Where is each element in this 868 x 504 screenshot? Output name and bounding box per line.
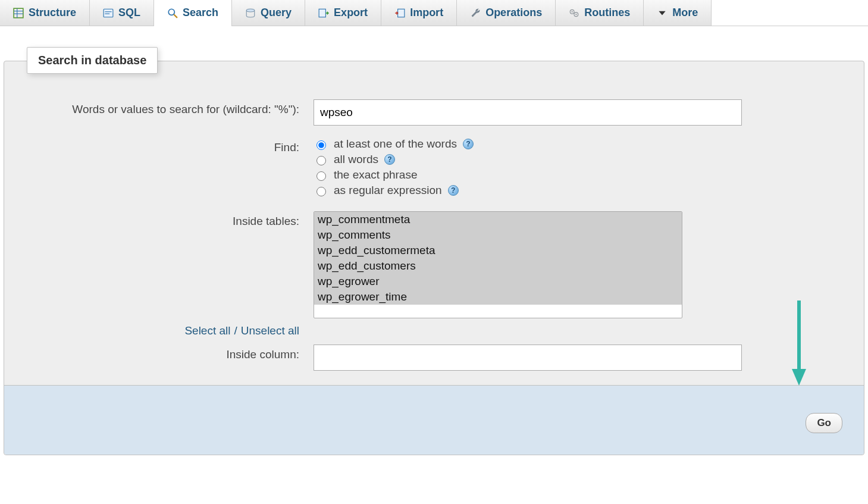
tab-query[interactable]: Query bbox=[232, 0, 305, 26]
table-option[interactable]: wp_egrower bbox=[314, 274, 682, 289]
label-find: Find: bbox=[28, 137, 314, 154]
tab-label: Query bbox=[261, 7, 292, 19]
structure-icon bbox=[13, 8, 24, 18]
svg-rect-10 bbox=[319, 9, 325, 17]
find-option-regex[interactable]: as regular expression? bbox=[314, 184, 840, 197]
table-option[interactable]: wp_commentmeta bbox=[314, 212, 682, 227]
go-button[interactable]: Go bbox=[806, 413, 842, 433]
import-icon bbox=[394, 8, 405, 18]
svg-rect-11 bbox=[398, 9, 405, 17]
find-radio-one[interactable] bbox=[317, 140, 326, 150]
help-icon[interactable]: ? bbox=[384, 154, 395, 165]
svg-point-14 bbox=[572, 11, 573, 12]
table-option[interactable]: wp_edd_customermeta bbox=[314, 243, 682, 258]
tab-sql[interactable]: SQL bbox=[90, 0, 154, 26]
separator: / bbox=[234, 324, 237, 337]
find-radio-regex[interactable] bbox=[317, 187, 326, 196]
svg-rect-0 bbox=[14, 8, 23, 18]
find-option-one[interactable]: at least one of the words? bbox=[314, 137, 840, 151]
find-radio-exact[interactable] bbox=[317, 171, 326, 181]
tab-structure[interactable]: Structure bbox=[0, 0, 90, 26]
help-icon[interactable]: ? bbox=[448, 185, 459, 196]
chevron-down-icon bbox=[657, 8, 668, 18]
tab-bar: Structure SQL Search Query Export Import… bbox=[0, 0, 868, 26]
svg-line-8 bbox=[174, 14, 177, 18]
tab-label: Search bbox=[183, 7, 218, 19]
gears-icon bbox=[569, 8, 579, 18]
table-option[interactable]: wp_egrower_time bbox=[314, 289, 682, 305]
search-input[interactable] bbox=[314, 99, 742, 126]
tables-select[interactable]: wp_commentmetawp_commentswp_edd_customer… bbox=[314, 211, 682, 318]
find-option-exact[interactable]: the exact phrase bbox=[314, 168, 840, 181]
tab-operations[interactable]: Operations bbox=[457, 0, 556, 26]
find-option-label: at least one of the words bbox=[334, 137, 457, 151]
search-icon bbox=[167, 8, 178, 18]
tab-label: SQL bbox=[118, 7, 140, 19]
help-icon[interactable]: ? bbox=[463, 139, 474, 149]
panel-footer: Go bbox=[4, 385, 864, 455]
find-option-all[interactable]: all words? bbox=[314, 153, 840, 166]
export-icon bbox=[318, 8, 329, 18]
tab-export[interactable]: Export bbox=[305, 0, 381, 26]
column-input[interactable] bbox=[314, 345, 742, 371]
svg-point-15 bbox=[575, 14, 576, 15]
tab-label: Structure bbox=[29, 7, 76, 19]
svg-rect-4 bbox=[104, 9, 113, 17]
label-words: Words or values to search for (wildcard:… bbox=[28, 99, 314, 116]
find-option-label: the exact phrase bbox=[334, 168, 417, 181]
tab-label: Routines bbox=[584, 7, 630, 19]
table-option[interactable]: wp_edd_customers bbox=[314, 258, 682, 274]
query-icon bbox=[245, 8, 256, 18]
tab-label: More bbox=[672, 7, 698, 19]
find-option-label: all words bbox=[334, 153, 378, 166]
tab-label: Import bbox=[410, 7, 443, 19]
wrench-icon bbox=[470, 8, 481, 18]
find-radio-all[interactable] bbox=[317, 156, 326, 165]
find-option-label: as regular expression bbox=[334, 184, 442, 197]
label-column: Inside column: bbox=[28, 345, 314, 361]
tab-import[interactable]: Import bbox=[381, 0, 457, 26]
label-tables: Inside tables: bbox=[28, 211, 314, 228]
tab-search[interactable]: Search bbox=[154, 0, 232, 26]
svg-point-7 bbox=[168, 9, 174, 15]
tab-routines[interactable]: Routines bbox=[556, 0, 644, 26]
tab-more[interactable]: More bbox=[644, 0, 712, 26]
svg-point-9 bbox=[246, 9, 255, 12]
unselect-all-link[interactable]: Unselect all bbox=[241, 324, 299, 337]
tab-label: Export bbox=[334, 7, 368, 19]
panel-legend: Search in database bbox=[27, 47, 158, 74]
select-all-link[interactable]: Select all bbox=[184, 324, 230, 337]
sql-icon bbox=[103, 8, 114, 18]
tab-label: Operations bbox=[485, 7, 542, 19]
table-option[interactable]: wp_comments bbox=[314, 227, 682, 243]
search-form: Search in database Words or values to se… bbox=[4, 61, 864, 455]
